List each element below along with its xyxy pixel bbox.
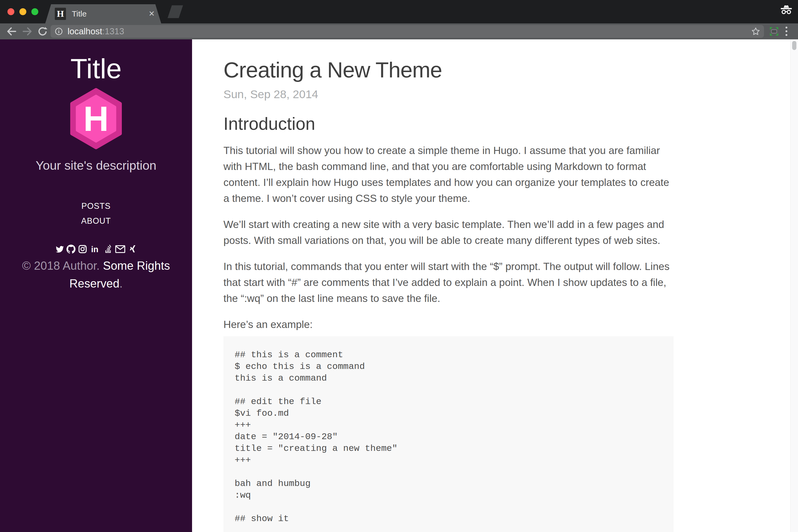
incognito-icon [780, 4, 793, 15]
page-info-icon[interactable] [55, 27, 63, 36]
url-text[interactable]: localhost:1313 [68, 25, 124, 38]
tab-title: Title [72, 4, 87, 23]
site-description: Your site's description [0, 158, 192, 173]
post-title: Creating a New Theme [224, 59, 673, 81]
paragraph: We’ll start with creating a new site wit… [224, 216, 673, 248]
address-bar[interactable]: localhost:1313 [51, 25, 764, 38]
hugo-logo[interactable]: H [0, 87, 192, 151]
copyright: © 2018 Author. Some Rights Reserved. [15, 257, 177, 292]
code-text: ## this is a comment $ echo this is a co… [234, 349, 662, 525]
article: Creating a New Theme Sun, Sep 28, 2014 I… [224, 59, 673, 532]
back-icon[interactable] [6, 25, 18, 37]
extension-icon[interactable] [769, 26, 779, 36]
browser-tab[interactable]: H Title ✕ [45, 4, 161, 23]
copyright-prefix: © 2018 Author. [22, 259, 103, 272]
url-host: localhost [68, 26, 102, 36]
scrollbar-thumb[interactable] [792, 41, 796, 50]
github-icon[interactable] [66, 244, 76, 253]
new-tab-button[interactable] [168, 5, 183, 18]
post-date: Sun, Sep 28, 2014 [224, 87, 673, 101]
browser-menu-icon[interactable] [785, 26, 787, 37]
site-title[interactable]: Title [0, 54, 192, 83]
section-heading: Introduction [224, 115, 673, 132]
sidebar-item-about[interactable]: ABOUT [0, 214, 192, 228]
reload-icon[interactable] [37, 25, 49, 37]
twitter-icon[interactable] [55, 244, 64, 253]
sidebar-item-posts[interactable]: POSTS [0, 199, 192, 214]
logo-letter: H [83, 99, 109, 138]
tab-favicon: H [55, 8, 66, 20]
sidebar: Title H Your site's description POSTS AB… [0, 39, 192, 532]
page-content: Title H Your site's description POSTS AB… [0, 39, 798, 532]
bookmark-star-icon[interactable] [751, 27, 760, 36]
svg-text:in: in [91, 245, 98, 253]
url-port: :1313 [102, 26, 124, 36]
minimize-window-button[interactable] [19, 8, 26, 15]
stack-overflow-icon[interactable] [103, 244, 113, 253]
instagram-icon[interactable] [78, 244, 87, 253]
zoom-window-button[interactable] [32, 8, 38, 15]
paragraph: In this tutorial, commands that you ente… [224, 259, 673, 306]
xing-icon[interactable] [128, 244, 137, 253]
code-block: ## this is a comment $ echo this is a co… [224, 336, 673, 532]
paragraph: This tutorial will show you how to creat… [224, 142, 673, 206]
linkedin-icon[interactable]: in [89, 244, 101, 253]
scrollbar-track[interactable] [790, 39, 798, 532]
forward-icon[interactable] [21, 25, 33, 37]
browser-toolbar: localhost:1313 [0, 23, 798, 39]
tab-close-icon[interactable]: ✕ [149, 4, 155, 23]
browser-window: H Title ✕ [0, 0, 798, 532]
main-content: Creating a New Theme Sun, Sep 28, 2014 I… [192, 39, 798, 532]
email-icon[interactable] [115, 244, 126, 253]
copyright-suffix: . [119, 277, 122, 290]
sidebar-nav: POSTS ABOUT [0, 199, 192, 228]
tab-strip: H Title ✕ [0, 0, 798, 23]
paragraph: Here’s an example: [224, 317, 673, 332]
social-links: in [0, 244, 192, 253]
close-window-button[interactable] [7, 8, 14, 15]
